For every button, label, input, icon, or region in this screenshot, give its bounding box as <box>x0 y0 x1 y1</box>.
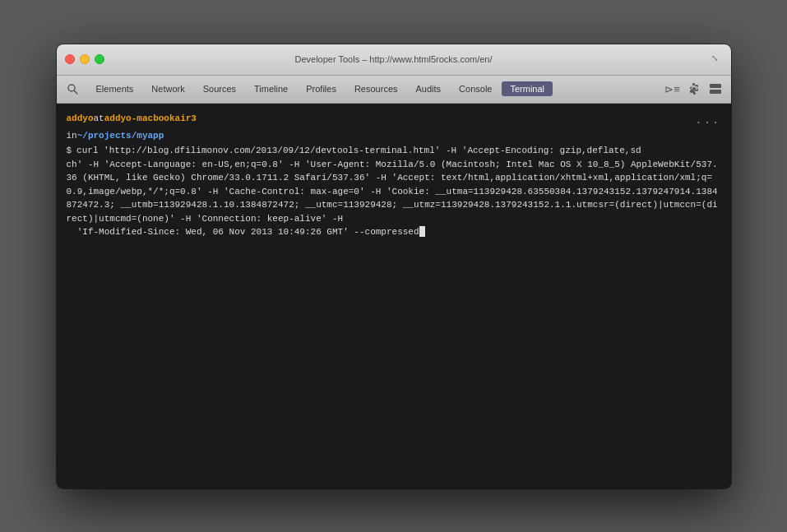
svg-rect-2 <box>710 84 721 88</box>
tab-resources[interactable]: Resources <box>346 81 406 96</box>
toolbar: Elements Network Sources Timeline Profil… <box>57 76 731 104</box>
terminal-host: addyo-macbookair3 <box>104 112 197 126</box>
tab-sources[interactable]: Sources <box>195 81 244 96</box>
tab-console[interactable]: Console <box>451 81 500 96</box>
terminal-output[interactable]: addyo at addyo-macbookair3 ... in ~/proj… <box>57 104 731 488</box>
toolbar-right: ⊳≡ <box>664 80 725 98</box>
svg-rect-3 <box>710 90 721 94</box>
tab-terminal[interactable]: Terminal <box>502 81 553 96</box>
devtools-window: Developer Tools – http://www.html5rocks.… <box>57 44 731 488</box>
terminal-command: curl 'http://blog.dfilimonov.com/2013/09… <box>76 144 641 158</box>
svg-point-0 <box>68 85 75 91</box>
title-bar: Developer Tools – http://www.html5rocks.… <box>57 44 731 76</box>
search-icon[interactable] <box>63 80 83 98</box>
terminal-at: at <box>94 112 104 126</box>
layout-icon[interactable] <box>706 80 725 98</box>
tab-timeline[interactable]: Timeline <box>246 81 296 96</box>
terminal-cursor <box>419 226 425 237</box>
prompt-path-line: in ~/projects/myapp <box>67 129 721 143</box>
terminal-user: addyo <box>67 112 94 126</box>
settings-icon[interactable] <box>685 80 703 98</box>
close-button[interactable] <box>65 54 75 64</box>
terminal-dots: ... <box>695 112 720 129</box>
command-line: $ curl 'http://blog.dfilimonov.com/2013/… <box>67 144 721 158</box>
prompt-line: addyo at addyo-macbookair3 <box>67 112 197 126</box>
tab-elements[interactable]: Elements <box>88 81 142 96</box>
traffic-lights <box>65 54 104 64</box>
minimize-button[interactable] <box>80 54 90 64</box>
tab-profiles[interactable]: Profiles <box>298 81 345 96</box>
terminal-path: ~/projects/myapp <box>77 129 164 143</box>
svg-line-1 <box>75 90 78 94</box>
execute-icon[interactable]: ⊳≡ <box>664 80 682 98</box>
window-title: Developer Tools – http://www.html5rocks.… <box>294 54 492 64</box>
tab-network[interactable]: Network <box>143 81 192 96</box>
terminal-dollar: $ <box>67 144 72 158</box>
terminal-in: in <box>67 129 77 143</box>
expand-icon[interactable]: ⤡ <box>711 53 723 65</box>
tab-audits[interactable]: Audits <box>408 81 450 96</box>
maximize-button[interactable] <box>95 54 104 64</box>
terminal-output-text: ch' -H 'Accept-Language: en-US,en;q=0.8'… <box>67 158 721 239</box>
